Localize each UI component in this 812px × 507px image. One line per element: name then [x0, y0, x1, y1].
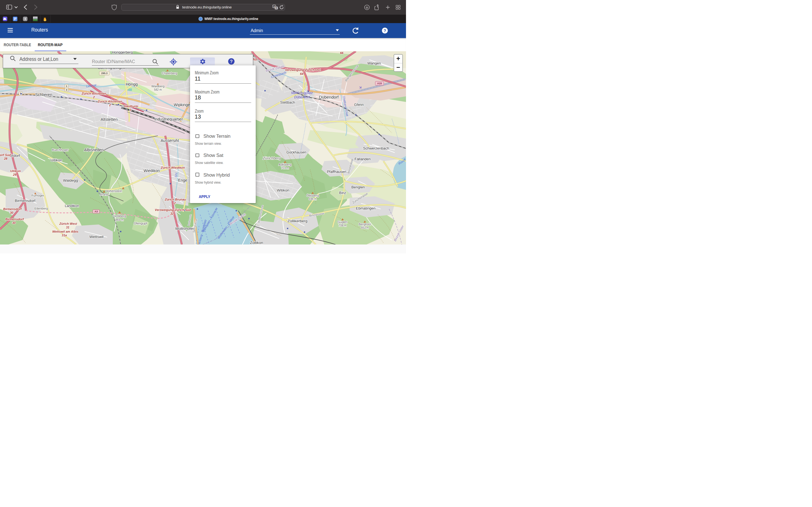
svg-text:Zürichberg: Zürichberg	[262, 156, 281, 160]
svg-text:Ebmatingen: Ebmatingen	[356, 206, 375, 210]
svg-text:3: 3	[66, 89, 67, 91]
svg-text:?: ?	[384, 28, 386, 33]
svg-text:29: 29	[13, 173, 17, 176]
svg-text:3: 3	[130, 108, 131, 112]
svg-text:2: 2	[93, 96, 95, 99]
svg-text:Militärflugplatz: Militärflugplatz	[291, 91, 313, 95]
svg-text:Altstetten: Altstetten	[101, 117, 117, 122]
svg-text:1: 1	[66, 85, 67, 88]
svg-text:Verzweigung Zürich Ost: Verzweigung Zürich Ost	[285, 68, 321, 71]
svg-text:Bergholz: Bergholz	[359, 223, 371, 226]
svg-text:869 m: 869 m	[115, 218, 123, 221]
svg-text:Pfaffhausen: Pfaffhausen	[327, 170, 346, 174]
svg-text:31a: 31a	[62, 233, 67, 237]
svg-text:Zürich Wiedikon: Zürich Wiedikon	[160, 166, 185, 169]
svg-text:30: 30	[10, 211, 13, 214]
svg-text:Ettenberg: Ettenberg	[35, 207, 48, 210]
svg-text:Zürich Altstetten: Zürich Altstetten	[98, 100, 122, 103]
svg-text:Birmensdorf: Birmensdorf	[15, 199, 36, 203]
svg-text:Wipkingen: Wipkingen	[174, 103, 192, 107]
svg-text:Enge: Enge	[178, 178, 188, 182]
svg-text:28: 28	[4, 157, 8, 160]
svg-text:Albisrieden: Albisrieden	[84, 148, 103, 152]
svg-text:Hohenstein: Hohenstein	[106, 189, 122, 193]
svg-text:?: ?	[230, 59, 233, 64]
svg-text:Zürich West: Zürich West	[59, 222, 78, 225]
svg-text:32: 32	[170, 212, 174, 215]
svg-text:Zollikon: Zollikon	[250, 240, 263, 244]
svg-text:Uitikon: Uitikon	[10, 169, 21, 173]
svg-text:Guglen: Guglen	[338, 220, 347, 224]
svg-text:66: 66	[340, 51, 344, 55]
svg-text:Dübendorf: Dübendorf	[294, 95, 310, 99]
svg-text:Fällanden: Fällanden	[354, 157, 370, 161]
svg-text:Urdorf: Urdorf	[9, 154, 20, 158]
svg-text:Wangen: Wangen	[367, 61, 381, 65]
svg-text:Birmensdorf: Birmensdorf	[3, 207, 22, 211]
svg-text:Sihl: Sihl	[174, 172, 178, 178]
svg-text:31: 31	[66, 226, 69, 229]
svg-text:Benglen: Benglen	[351, 185, 365, 189]
svg-text:701 m: 701 m	[281, 166, 289, 170]
svg-text:Zürich Altstetten: Zürich Altstetten	[82, 92, 106, 95]
svg-text:A15: A15	[377, 82, 382, 85]
svg-text:Waidberg: Waidberg	[151, 84, 165, 88]
svg-text:2: 2	[109, 103, 111, 107]
svg-text:Industriequartier: Industriequartier	[154, 117, 183, 121]
svg-text:Chaferberg: Chaferberg	[161, 71, 177, 75]
svg-text:Uetliberg: Uetliberg	[113, 214, 126, 218]
svg-text:Witikon: Witikon	[277, 188, 289, 192]
svg-text:582 m: 582 m	[154, 88, 162, 91]
svg-text:Gockhausen: Gockhausen	[287, 151, 306, 154]
svg-text:Verzweigung Zürich Süd: Verzweigung Zürich Süd	[155, 208, 191, 212]
svg-text:Gfenn: Gfenn	[354, 103, 364, 107]
svg-text:Fürhoger: Fürhoger	[32, 194, 44, 197]
svg-text:Waldegg: Waldegg	[63, 178, 78, 182]
svg-text:Brand: Brand	[100, 193, 108, 196]
svg-text:696 m: 696 m	[309, 198, 317, 201]
svg-text:Adlisberg: Adlisberg	[278, 163, 292, 166]
svg-text:Höngg: Höngg	[126, 82, 138, 87]
svg-text:A3: A3	[94, 210, 98, 213]
svg-text:Hardturm: Hardturm	[124, 105, 138, 108]
svg-text:Schwerzenbach: Schwerzenbach	[363, 146, 389, 151]
svg-text:Wettswil: Wettswil	[89, 235, 103, 239]
svg-text:Wettswil am Albis: Wettswil am Albis	[52, 230, 79, 233]
svg-text:Dübendorf: Dübendorf	[319, 95, 339, 100]
svg-text:Wollishofen: Wollishofen	[175, 226, 195, 231]
svg-text:2: 2	[174, 202, 175, 205]
svg-text:Stettbach: Stettbach	[280, 101, 295, 105]
svg-text:Birmensdorf: Birmensdorf	[5, 217, 24, 221]
svg-text:文: 文	[275, 7, 277, 9]
svg-text:Zürich Brunau: Zürich Brunau	[164, 198, 186, 201]
svg-text:295.3: 295.3	[101, 72, 108, 75]
svg-text:Wiedikon: Wiedikon	[144, 168, 160, 173]
svg-text:Uitikon: Uitikon	[50, 158, 62, 162]
svg-text:Buechhoger: Buechhoger	[52, 148, 69, 152]
svg-text:64: 64	[300, 72, 303, 75]
svg-text:dorf Süd: dorf Süd	[0, 153, 11, 157]
svg-text:Schlieren: Schlieren	[35, 93, 52, 97]
svg-text:Landikon: Landikon	[65, 204, 79, 208]
svg-text:Ofengupf: Ofengupf	[134, 222, 147, 225]
svg-text:Ötlisberg: Ötlisberg	[306, 194, 319, 197]
svg-text:30: 30	[12, 221, 16, 224]
svg-text:663 m: 663 m	[361, 226, 369, 229]
svg-text:Zollikerberg: Zollikerberg	[288, 219, 308, 223]
svg-text:Aussersihl: Aussersihl	[161, 138, 179, 143]
svg-text:708 m: 708 m	[339, 224, 347, 227]
svg-text:Binz: Binz	[339, 191, 346, 195]
